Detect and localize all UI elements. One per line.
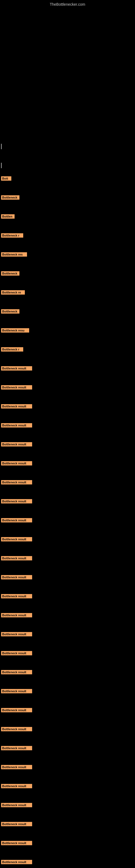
bottleneck-result-label[interactable]: Bottleneck result xyxy=(1,594,32,598)
bottleneck-result-label[interactable]: Bottleneck result xyxy=(1,670,32,674)
bottleneck-result-label[interactable]: Bottleneck result xyxy=(1,385,32,390)
bottleneck-result-label[interactable]: Bottleneck result xyxy=(1,841,32,845)
bottleneck-result-label[interactable]: Bottleneck xyxy=(1,309,19,314)
bottleneck-result-label[interactable]: Bottleneck result xyxy=(1,613,32,617)
bottleneck-result-label[interactable]: Bottleneck result xyxy=(1,442,32,446)
bottleneck-result-label[interactable]: Bottlen xyxy=(1,214,14,219)
bottleneck-result-label[interactable]: Bottleneck result xyxy=(1,461,32,465)
bottleneck-result-label[interactable]: Bottleneck result xyxy=(1,556,32,560)
bottleneck-result-label[interactable]: Bottleneck result xyxy=(1,632,32,637)
bottleneck-result-label[interactable]: Bottleneck result xyxy=(1,689,32,693)
bottleneck-result-label[interactable]: Bottleneck result xyxy=(1,651,32,655)
bottleneck-result-label[interactable]: Bottleneck result xyxy=(1,575,32,579)
bottleneck-result-label[interactable]: Bottleneck result xyxy=(1,784,32,788)
bottleneck-result-label[interactable]: Bott xyxy=(1,176,11,181)
bottleneck-result-label[interactable]: Bottleneck result xyxy=(1,860,32,864)
site-title: TheBottlenecker.com xyxy=(0,0,135,6)
cursor-bar-1 xyxy=(1,144,2,149)
bottleneck-result-label[interactable]: Bottleneck result xyxy=(1,822,32,826)
bottleneck-result-label[interactable]: Bottleneck result xyxy=(1,423,32,428)
bottleneck-result-label[interactable]: Bottleneck xyxy=(1,271,19,276)
bottleneck-result-label[interactable]: Bottleneck result xyxy=(1,499,32,503)
bottleneck-result-label[interactable]: Bottleneck result xyxy=(1,727,32,731)
bottleneck-result-label[interactable]: Bottleneck result xyxy=(1,708,32,712)
bottleneck-result-label[interactable]: Bottleneck result xyxy=(1,803,32,807)
bottleneck-result-label[interactable]: Bottleneck r xyxy=(1,347,23,351)
bottleneck-result-label[interactable]: Bottleneck result xyxy=(1,404,32,408)
bottleneck-result-label[interactable]: Bottleneck result xyxy=(1,518,32,522)
bottleneck-result-label[interactable]: Bottleneck result xyxy=(1,537,32,541)
cursor-bar-2 xyxy=(1,163,2,168)
bottleneck-result-label[interactable]: Bottleneck re xyxy=(1,290,25,294)
bottleneck-result-label[interactable]: Bottleneck result xyxy=(1,746,32,750)
bottleneck-result-label[interactable]: Bottleneck resu xyxy=(1,328,29,333)
bottleneck-result-label[interactable]: Bottleneck result xyxy=(1,765,32,769)
bottleneck-result-label[interactable]: Bottleneck res xyxy=(1,252,27,257)
bottleneck-result-label[interactable]: Bottleneck r xyxy=(1,233,23,238)
bottleneck-result-label[interactable]: Bottleneck result xyxy=(1,366,32,371)
bottleneck-result-label[interactable]: Bottleneck result xyxy=(1,480,32,485)
bottleneck-result-label[interactable]: Bottleneck xyxy=(1,195,19,199)
